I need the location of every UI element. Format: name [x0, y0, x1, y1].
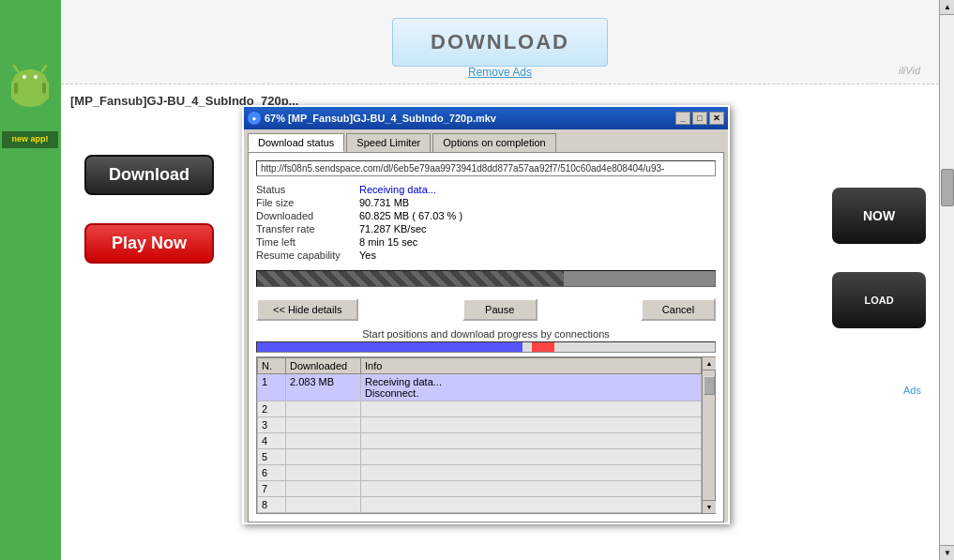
progress-bar-container: [256, 270, 716, 287]
cell-downloaded: [286, 449, 361, 465]
table-row: 6: [258, 465, 702, 481]
pause-button[interactable]: Pause: [462, 298, 538, 321]
connections-label: Start positions and download progress by…: [256, 328, 716, 340]
table-row: 5: [258, 449, 702, 465]
tab-download-status[interactable]: Download status: [248, 133, 344, 152]
col-header-downloaded: Downloaded: [286, 358, 361, 374]
downloaded-value: 60.825 MB ( 67.03 % ): [359, 210, 716, 221]
tab-options-on-completion[interactable]: Options on completion: [432, 133, 555, 152]
progress-bar-fill: [257, 271, 564, 286]
resume-label: Resume capability: [256, 250, 359, 261]
resume-value: Yes: [359, 250, 716, 261]
svg-line-6: [42, 66, 46, 71]
cell-downloaded: [286, 497, 361, 513]
table-row: 7: [258, 481, 702, 497]
table-row: 3: [258, 417, 702, 433]
page-scrollbar[interactable]: ▲ ▼: [939, 0, 954, 560]
cell-downloaded: [286, 417, 361, 433]
cell-downloaded: [286, 433, 361, 449]
svg-rect-7: [14, 83, 18, 94]
cell-downloaded: [286, 401, 361, 417]
table-scrollbar-up[interactable]: ▲: [703, 357, 716, 371]
table-row: 8: [258, 497, 702, 513]
cell-n: 8: [258, 497, 286, 513]
scrollbar-thumb[interactable]: [941, 169, 954, 206]
scrollbar-arrow-up[interactable]: ▲: [940, 0, 954, 15]
table-row: 2: [258, 401, 702, 417]
table-scrollbar-down[interactable]: ▼: [703, 500, 716, 513]
transfer-rate-value: 71.287 KB/sec: [359, 223, 716, 235]
cell-info: [361, 433, 702, 449]
cell-n: 6: [258, 465, 286, 481]
col-header-n: N.: [258, 358, 286, 374]
hide-details-button[interactable]: << Hide details: [256, 298, 358, 321]
left-sidebar: new app!: [0, 0, 61, 560]
cell-n: 5: [258, 449, 286, 465]
close-button[interactable]: ✕: [709, 112, 724, 125]
cell-n: 4: [258, 433, 286, 449]
cell-downloaded: [286, 481, 361, 497]
col-header-info: Info: [361, 358, 702, 374]
banner-download-button[interactable]: DOWNLOAD: [392, 18, 608, 67]
connection-progress-fill: [257, 342, 522, 352]
file-size-label: File size: [256, 197, 359, 208]
right-load-button[interactable]: LOAD: [832, 272, 926, 328]
cell-info: [361, 481, 702, 497]
dialog-title-bar: ● 67% [MP_Fansub]GJ-BU_4_SubIndo_720p.mk…: [244, 107, 728, 129]
maximize-button[interactable]: □: [692, 112, 707, 125]
connections-table: N. Downloaded Info 12.083 MBReceiving da…: [257, 357, 702, 513]
svg-line-5: [14, 66, 18, 71]
dialog-content: http://fs08n5.sendspace.com/dl/6eb5e79aa…: [248, 152, 724, 522]
minimize-button[interactable]: _: [675, 112, 690, 125]
connection-progress-segment: [532, 342, 554, 352]
android-logo: [5, 56, 56, 113]
dialog-icon: ●: [248, 112, 261, 125]
remove-ads-link[interactable]: Remove Ads: [468, 66, 532, 79]
cell-info: [361, 497, 702, 513]
table-row: 12.083 MBReceiving data... Disconnect.: [258, 374, 702, 401]
svg-point-4: [34, 75, 38, 79]
cell-downloaded: [286, 465, 361, 481]
ilivid-label: iliVid: [899, 65, 920, 76]
dialog-title: 67% [MP_Fansub]GJ-BU_4_SubIndo_720p.mkv: [265, 113, 496, 124]
status-value: Receiving data...: [359, 184, 716, 195]
cell-downloaded: 2.083 MB: [286, 374, 361, 401]
title-bar-left: ● 67% [MP_Fansub]GJ-BU_4_SubIndo_720p.mk…: [248, 112, 496, 125]
cell-info: [361, 449, 702, 465]
cell-n: 1: [258, 374, 286, 401]
cell-info: [361, 465, 702, 481]
svg-rect-8: [42, 83, 46, 94]
new-app-badge: new app!: [2, 131, 58, 148]
url-bar: http://fs08n5.sendspace.com/dl/6eb5e79aa…: [256, 160, 716, 176]
table-scrollbar-thumb[interactable]: [704, 376, 715, 395]
download-dialog: ● 67% [MP_Fansub]GJ-BU_4_SubIndo_720p.mk…: [242, 105, 730, 524]
ads-label: Ads: [903, 385, 921, 396]
cell-info: Receiving data... Disconnect.: [361, 374, 702, 401]
scrollbar-arrow-down[interactable]: ▼: [940, 545, 954, 560]
table-scrollbar[interactable]: ▲ ▼: [702, 357, 715, 513]
time-left-value: 8 min 15 sec: [359, 236, 716, 248]
cell-n: 7: [258, 481, 286, 497]
connection-progress-container: [256, 341, 716, 353]
tab-bar: Download status Speed Limiter Options on…: [244, 129, 728, 152]
cancel-button[interactable]: Cancel: [641, 298, 716, 321]
info-grid: Status Receiving data... File size 90.73…: [256, 184, 716, 261]
transfer-rate-label: Transfer rate: [256, 223, 359, 235]
svg-point-3: [23, 75, 26, 79]
right-now-button[interactable]: NOW: [832, 188, 926, 244]
table-row: 4: [258, 433, 702, 449]
cell-info: [361, 417, 702, 433]
status-label: Status: [256, 184, 359, 195]
title-bar-controls: _ □ ✕: [675, 112, 724, 125]
tab-speed-limiter[interactable]: Speed Limiter: [346, 133, 431, 152]
cell-info: [361, 401, 702, 417]
downloaded-label: Downloaded: [256, 210, 359, 221]
time-left-label: Time left: [256, 236, 359, 248]
dialog-action-buttons: << Hide details Pause Cancel: [256, 295, 716, 325]
download-button[interactable]: Download: [84, 155, 214, 195]
download-banner: DOWNLOAD iliVid Remove Ads: [61, 0, 939, 84]
svg-point-2: [13, 69, 47, 92]
play-now-button[interactable]: Play Now: [84, 223, 214, 264]
cell-n: 2: [258, 401, 286, 417]
connections-table-scroll: N. Downloaded Info 12.083 MBReceiving da…: [256, 356, 716, 514]
